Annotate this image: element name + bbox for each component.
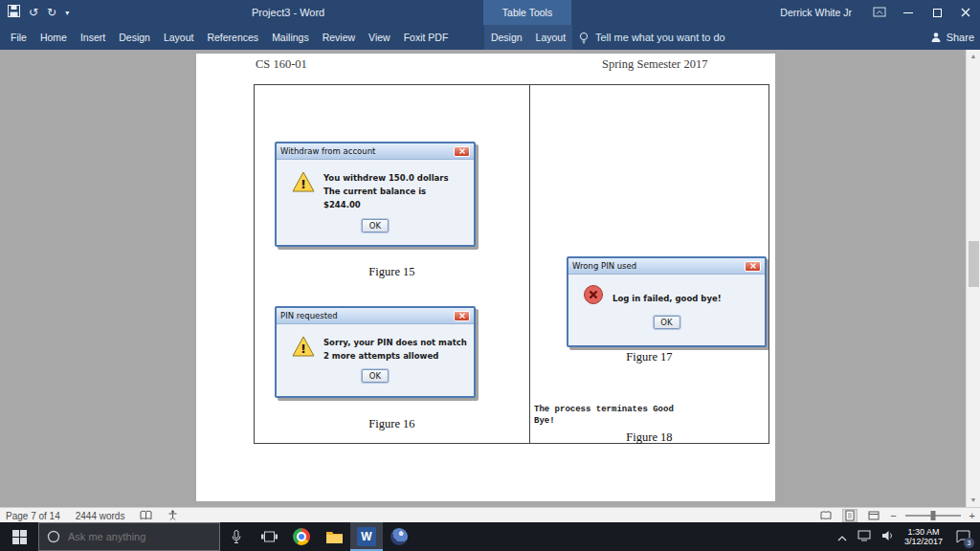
scroll-down-icon[interactable]: ▼	[967, 494, 980, 507]
tab-home[interactable]: Home	[33, 25, 74, 50]
zoom-slider[interactable]	[905, 515, 961, 517]
print-layout-button[interactable]	[842, 509, 858, 522]
web-layout-button[interactable]	[866, 509, 881, 522]
figures-table: Withdraw from account ! You withdrew 150…	[254, 84, 769, 444]
screen: ↺ ↻ ▾ Project3 - Word Table Tools Derric…	[0, 0, 980, 551]
dialog-close-icon	[454, 146, 470, 157]
microphone-button[interactable]	[220, 522, 253, 551]
maximize-icon	[933, 9, 942, 17]
redo-icon[interactable]: ↻	[47, 6, 56, 19]
dialog-message: Log in failed, good bye!	[612, 292, 722, 305]
chrome-icon	[293, 528, 310, 545]
zoom-out-button[interactable]: −	[890, 510, 896, 521]
network-icon[interactable]	[858, 528, 871, 545]
tray-expand-icon[interactable]	[837, 528, 847, 545]
ribbon-display-options-icon[interactable]	[865, 0, 894, 25]
figure-caption: Figure 18	[530, 430, 768, 445]
svg-text:!: !	[301, 342, 306, 356]
minimize-button[interactable]	[894, 0, 923, 25]
tab-insert[interactable]: Insert	[74, 25, 112, 50]
dialog-body: Log in failed, good bye! OK	[568, 275, 765, 345]
tab-references[interactable]: References	[200, 25, 265, 50]
qat-customize-icon[interactable]: ▾	[65, 9, 69, 17]
table-cell-right[interactable]: Wrong PIN used Log in failed, good bye!	[530, 85, 768, 443]
tab-table-layout[interactable]: Layout	[529, 25, 573, 50]
undo-icon[interactable]: ↺	[29, 6, 38, 19]
status-right: − +	[818, 508, 975, 523]
taskbar-clock[interactable]: 1:30 AM 3/12/2017	[904, 527, 943, 547]
task-view-button[interactable]	[253, 522, 285, 551]
word-taskbar-button[interactable]: W	[350, 522, 383, 551]
quick-access-toolbar: ↺ ↻ ▾	[8, 0, 69, 25]
ok-button: OK	[653, 316, 679, 329]
media-app-button[interactable]	[383, 522, 415, 551]
svg-text:!: !	[301, 177, 306, 191]
start-button[interactable]	[0, 522, 38, 551]
zoom-slider-thumb[interactable]	[930, 511, 935, 520]
dialog-titlebar: Withdraw from account	[277, 143, 474, 160]
read-mode-button[interactable]	[818, 509, 834, 522]
proofing-icon[interactable]	[140, 510, 152, 522]
dialog-image-wrong-pin[interactable]: Wrong PIN used Log in failed, good bye!	[567, 256, 767, 347]
tab-foxit-pdf[interactable]: Foxit PDF	[397, 25, 456, 50]
document-page[interactable]: CS 160-01 Spring Semester 2017 Withdraw …	[196, 54, 775, 501]
figure-caption: Figure 17	[530, 350, 768, 364]
dialog-close-icon	[745, 261, 761, 272]
accessibility-icon[interactable]	[167, 510, 178, 522]
dialog-message: You withdrew 150.0 dollars The current b…	[323, 171, 449, 211]
scroll-up-icon[interactable]: ▲	[967, 50, 980, 63]
volume-icon[interactable]	[881, 528, 894, 545]
titlebar: ↺ ↻ ▾ Project3 - Word Table Tools Derric…	[0, 0, 980, 25]
table-tools-label: Table Tools	[483, 0, 571, 25]
console-line: Bye!	[534, 415, 674, 427]
account-user-name[interactable]: Derrick White Jr	[767, 7, 865, 18]
table-cell-left[interactable]: Withdraw from account ! You withdrew 150…	[255, 85, 530, 443]
tab-layout[interactable]: Layout	[157, 25, 201, 50]
tab-table-design[interactable]: Design	[484, 25, 529, 50]
word-icon: W	[357, 527, 376, 546]
window-title: Project3 - Word	[252, 0, 324, 25]
windows-logo-icon	[12, 530, 27, 544]
system-tray: 1:30 AM 3/12/2017 3	[837, 522, 980, 551]
notification-badge: 3	[964, 538, 974, 548]
dialog-message-line: Log in failed, good bye!	[612, 292, 722, 305]
chrome-button[interactable]	[285, 522, 318, 551]
ribbon-tabs: File Home Insert Design Layout Reference…	[4, 25, 455, 50]
dialog-image-withdraw[interactable]: Withdraw from account ! You withdrew 150…	[275, 142, 476, 247]
tab-review[interactable]: Review	[316, 25, 362, 50]
search-input[interactable]	[68, 531, 212, 542]
tab-design[interactable]: Design	[112, 25, 157, 50]
zoom-in-button[interactable]: +	[969, 510, 975, 521]
page-indicator[interactable]: Page 7 of 14	[6, 511, 60, 521]
table-tools-contextual-tabs: Design Layout	[484, 25, 572, 50]
tell-me-box[interactable]: Tell me what you want to do	[578, 25, 725, 50]
lightbulb-icon	[578, 32, 590, 44]
tell-me-label: Tell me what you want to do	[595, 32, 725, 43]
share-label: Share	[947, 32, 974, 43]
dialog-body: ! Sorry, your PIN does not match 2 more …	[277, 324, 474, 396]
folder-icon	[325, 530, 344, 544]
word-count[interactable]: 2444 words	[76, 511, 125, 521]
titlebar-right: Derrick White Jr	[767, 0, 980, 25]
action-center-button[interactable]: 3	[953, 526, 972, 547]
vertical-scrollbar[interactable]: ▲ ▼	[966, 50, 980, 507]
taskbar: W 1:30 AM 3/12/2017 3	[0, 522, 980, 551]
tab-file[interactable]: File	[4, 25, 33, 50]
maximize-button[interactable]	[923, 0, 951, 25]
cortana-search-box[interactable]	[38, 522, 220, 551]
file-explorer-button[interactable]	[318, 522, 350, 551]
dialog-title: PIN requested	[280, 311, 454, 320]
dialog-image-pin-requested[interactable]: PIN requested ! Sorry, your PIN does not…	[275, 306, 476, 398]
close-button[interactable]	[951, 0, 980, 25]
tab-view[interactable]: View	[362, 25, 397, 50]
clock-time: 1:30 AM	[904, 527, 943, 538]
clock-date: 3/12/2017	[904, 537, 943, 547]
dialog-title: Wrong PIN used	[572, 261, 745, 271]
tab-mailings[interactable]: Mailings	[265, 25, 316, 50]
dialog-close-icon	[454, 311, 470, 321]
scrollbar-thumb[interactable]	[969, 241, 979, 287]
save-icon[interactable]	[8, 4, 20, 21]
share-button[interactable]: Share	[930, 25, 974, 50]
dialog-message-line: The current balance is	[323, 185, 449, 198]
dialog-title: Withdraw from account	[280, 146, 454, 156]
